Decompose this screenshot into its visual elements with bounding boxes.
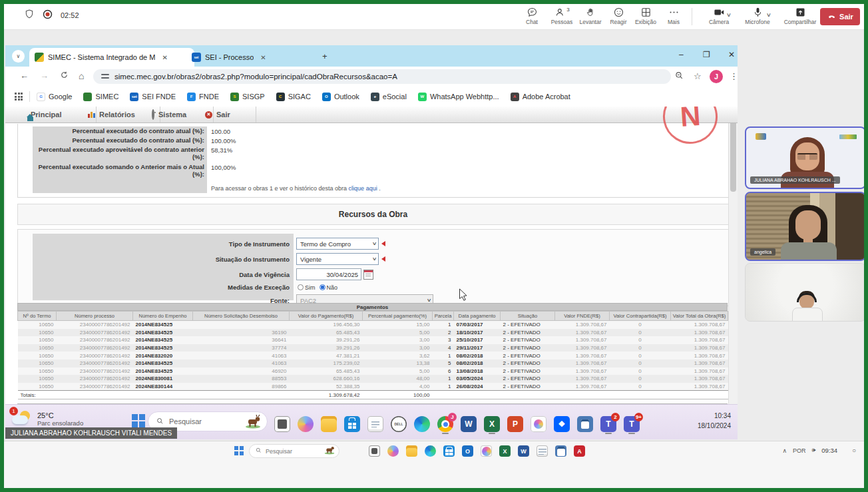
history-link[interactable]: clique aqui bbox=[349, 185, 377, 192]
teams-chat-icon[interactable]: T9+ bbox=[624, 416, 640, 432]
tab-search-button[interactable]: ∨ bbox=[12, 50, 25, 63]
data-vigencia-input[interactable]: 30/04/2025 bbox=[296, 268, 361, 280]
task-view-icon[interactable] bbox=[274, 416, 290, 432]
payment-row: 10650234000077862014922014NE834525410631… bbox=[18, 360, 728, 368]
paint-icon[interactable] bbox=[531, 416, 546, 432]
bookmark-item[interactable]: FFNDE bbox=[187, 93, 219, 101]
notification-bell-icon[interactable]: ○ bbox=[852, 447, 856, 454]
edge-icon[interactable] bbox=[414, 416, 430, 432]
new-tab-button[interactable]: + bbox=[322, 51, 327, 61]
word-icon[interactable]: W bbox=[518, 445, 529, 457]
payment-cell: 196.456,30 bbox=[290, 321, 363, 329]
meeting-control-mais[interactable]: Mais bbox=[659, 6, 688, 25]
browser-profile-avatar[interactable]: J bbox=[710, 70, 723, 83]
meeting-control-reagir[interactable]: Reagir bbox=[604, 6, 633, 25]
tab-close-icon[interactable]: ✕ bbox=[162, 54, 167, 61]
volume-icon[interactable]: 🕪 bbox=[812, 447, 816, 454]
taskbar-search[interactable]: Pesquisar bbox=[249, 444, 339, 458]
taskbar-clock[interactable]: 10:34 18/10/2024 bbox=[698, 411, 731, 431]
weather-widget[interactable]: 1 25°C Parc ensolarado bbox=[12, 410, 83, 427]
notepad-icon[interactable] bbox=[537, 445, 548, 457]
bookmark-item[interactable]: seiSEI FNDE bbox=[130, 93, 176, 101]
menu-item-sair[interactable]: ✕Sair bbox=[197, 107, 256, 123]
browser-tab-2[interactable]: seiSEI - Processo✕ bbox=[186, 48, 327, 67]
tab-favicon: sei bbox=[192, 53, 201, 62]
powerpoint-icon[interactable]: P bbox=[507, 416, 523, 432]
address-field[interactable]: simec.mec.gov.br/obras2/obras2.php?modul… bbox=[93, 69, 671, 84]
payment-cell: 23400007786201492 bbox=[57, 329, 133, 337]
dropbox-icon[interactable]: ❖ bbox=[554, 416, 570, 432]
bookmark-star-icon[interactable]: ☆ bbox=[694, 71, 702, 81]
bookmark-item[interactable]: OOutlook bbox=[322, 93, 359, 101]
close-icon[interactable]: ✕ bbox=[728, 50, 735, 59]
back-icon[interactable]: ← bbox=[20, 71, 29, 81]
history-note-text: Para acessar o obras 1 e ver o histórico… bbox=[211, 185, 349, 192]
maximize-icon[interactable]: ❐ bbox=[703, 50, 710, 59]
chevron-down-icon[interactable]: ∨ bbox=[726, 12, 732, 18]
teams-icon[interactable]: T2 bbox=[600, 416, 616, 432]
language-indicator[interactable]: POR bbox=[793, 447, 806, 454]
situacao-instrumento-select[interactable]: Vigente∨ bbox=[296, 253, 379, 265]
bookmark-item[interactable]: CSIGAC bbox=[276, 93, 311, 101]
bookmark-item[interactable]: AAdobe Acrobat bbox=[511, 93, 570, 101]
radio-sim[interactable] bbox=[298, 284, 304, 290]
leave-meeting-button[interactable]: Sair bbox=[820, 8, 860, 25]
calculator-icon[interactable] bbox=[577, 416, 593, 432]
calendar-icon[interactable] bbox=[363, 270, 373, 280]
zoom-indicator-icon[interactable] bbox=[675, 71, 684, 82]
word-icon[interactable]: W bbox=[461, 416, 477, 432]
minimize-icon[interactable]: – bbox=[679, 50, 684, 59]
outlook-icon[interactable]: O bbox=[462, 445, 473, 457]
chrome-icon[interactable]: J bbox=[437, 416, 453, 432]
notepad-icon[interactable] bbox=[367, 416, 383, 432]
meeting-control-pessoas[interactable]: 3Pessoas bbox=[547, 6, 576, 25]
reload-icon[interactable] bbox=[60, 71, 69, 81]
tray-chevron-icon[interactable]: ∧ bbox=[782, 447, 787, 454]
excel-icon[interactable]: X bbox=[499, 445, 511, 457]
meeting-control-chat[interactable]: Chat bbox=[517, 6, 546, 25]
tab-close-icon[interactable]: ✕ bbox=[260, 54, 266, 61]
payment-cell: 0 bbox=[610, 352, 671, 360]
video-tile-participant[interactable] bbox=[745, 263, 864, 322]
browser-tab-1[interactable]: SIMEC - Sistema Integrado de M✕ bbox=[29, 48, 194, 67]
meeting-control-levantar[interactable]: Levantar bbox=[576, 6, 605, 25]
forward-icon[interactable]: → bbox=[40, 71, 49, 81]
microsoft-store-icon[interactable] bbox=[443, 445, 455, 457]
file-explorer-icon[interactable] bbox=[406, 445, 417, 457]
file-explorer-icon[interactable] bbox=[321, 416, 337, 432]
radio-nao[interactable] bbox=[320, 284, 326, 290]
video-tile-juliana[interactable]: JULIANA ABRAHAO KOHLRAUSCH ... bbox=[745, 126, 864, 189]
bookmark-item[interactable]: eeSocial bbox=[371, 93, 407, 101]
vertical-scroll-thumb[interactable] bbox=[730, 119, 736, 192]
start-button[interactable] bbox=[132, 414, 146, 429]
meeting-control-compartilhar[interactable]: Compartilhar bbox=[783, 6, 817, 25]
chevron-down-icon[interactable]: ∨ bbox=[766, 12, 771, 18]
browser-menu-icon[interactable]: ⋮ bbox=[730, 71, 738, 81]
menu-label: Sair bbox=[216, 111, 230, 119]
excel-icon[interactable]: X bbox=[484, 416, 500, 432]
bookmark-item[interactable]: SIMEC bbox=[83, 93, 118, 101]
system-tray[interactable]: ∧ POR 🕪 09:34 bbox=[782, 447, 837, 454]
microsoft-store-icon[interactable] bbox=[344, 416, 360, 432]
start-button[interactable] bbox=[234, 446, 244, 455]
task-view-icon[interactable] bbox=[369, 445, 380, 457]
apps-grid-icon[interactable] bbox=[15, 93, 23, 101]
vertical-scrollbar[interactable]: ▲ ▼ bbox=[728, 107, 738, 422]
home-icon[interactable]: ⌂ bbox=[79, 71, 84, 81]
video-tile-angelica[interactable]: angelica bbox=[745, 192, 864, 261]
edge-icon[interactable] bbox=[425, 445, 436, 457]
calculator-icon[interactable] bbox=[555, 445, 566, 457]
dell-icon[interactable]: DELL bbox=[391, 416, 407, 432]
tipo-instrumento-select[interactable]: Termo de Compro∨ bbox=[296, 238, 379, 250]
copilot-icon[interactable] bbox=[298, 416, 314, 432]
bookmark-item[interactable]: SSISGP bbox=[230, 93, 265, 101]
bookmark-item[interactable]: WWhatsApp Webhttp... bbox=[418, 93, 499, 101]
site-settings-icon[interactable] bbox=[101, 73, 109, 80]
meeting-control-exibicao[interactable]: Exibição bbox=[631, 6, 660, 25]
payment-cell: 1.309.708,67 bbox=[555, 368, 610, 375]
adobe-icon[interactable]: A bbox=[574, 445, 585, 457]
copilot-icon[interactable] bbox=[387, 445, 399, 457]
payment-cell: 23400007786201492 bbox=[57, 360, 133, 368]
paint-icon[interactable] bbox=[481, 445, 492, 457]
bookmark-item[interactable]: GGoogle bbox=[37, 93, 72, 101]
